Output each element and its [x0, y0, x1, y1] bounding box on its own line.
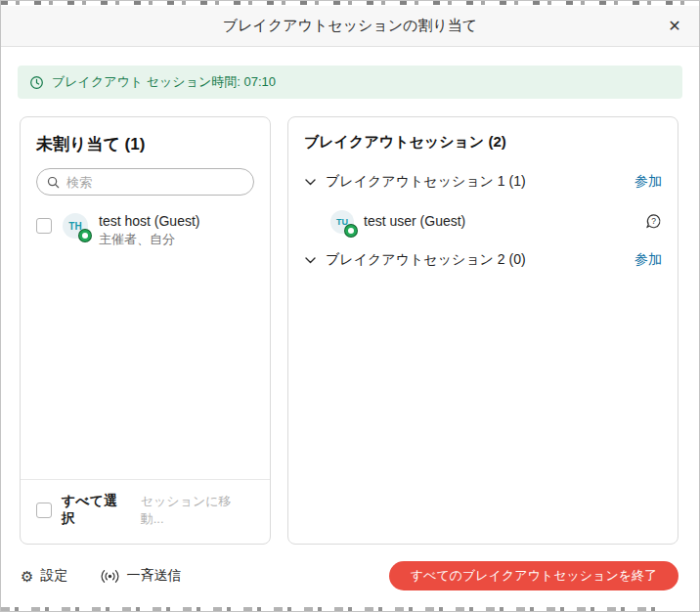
select-all-checkbox[interactable] [36, 503, 52, 518]
presence-badge-icon [345, 225, 357, 237]
broadcast-icon [101, 569, 119, 584]
presence-badge-icon [79, 230, 91, 241]
session-participant-row[interactable]: TU test user (Guest) ? [304, 204, 662, 238]
avatar-initials: TU [336, 217, 348, 227]
left-panel-spacer [36, 248, 254, 479]
session-name: ブレイクアウトセッション 1 (1) [326, 173, 526, 191]
participant-role: 主催者、自分 [99, 231, 199, 248]
dialog-titlebar: ブレイクアウトセッションの割り当て ✕ [1, 6, 699, 47]
session-time-text: ブレイクアウト セッション時間: 07:10 [52, 73, 276, 91]
settings-label: 設定 [40, 567, 67, 585]
participant-row[interactable]: TH test host (Guest) 主催者、自分 [36, 212, 254, 248]
search-box[interactable] [36, 168, 254, 196]
broadcast-label: 一斉送信 [126, 567, 181, 585]
avatar: TU [330, 210, 354, 234]
participant-checkbox[interactable] [36, 218, 52, 234]
session-name: ブレイクアウトセッション 2 (0) [326, 251, 526, 269]
chevron-down-icon[interactable] [304, 257, 316, 264]
unassigned-panel: 未割り当て (1) TH test host (Guest) [20, 116, 271, 545]
join-session-2-button[interactable]: 参加 [634, 251, 662, 269]
avatar: TH [63, 213, 88, 239]
participant-text: test host (Guest) 主催者、自分 [99, 212, 199, 248]
session-participant-name: test user (Guest) [364, 212, 465, 231]
session-row-1[interactable]: ブレイクアウトセッション 1 (1) 参加 [304, 167, 662, 197]
select-all-label: すべて選択 [62, 493, 131, 528]
background-window-artifact-bottom [1, 607, 657, 611]
ask-for-help-icon[interactable]: ? [645, 213, 662, 230]
sessions-panel: ブレイクアウトセッション (2) ブレイクアウトセッション 1 (1) 参加 T… [287, 116, 678, 545]
unassigned-title: 未割り当て (1) [36, 133, 254, 155]
search-icon [47, 176, 60, 189]
close-icon[interactable]: ✕ [663, 15, 686, 38]
clock-icon [29, 75, 44, 90]
dialog-footer: ⚙ 設定 一斉送信 すべてのブレイクアウトセッションを終了 [21, 560, 678, 591]
dialog-title: ブレイクアウトセッションの割り当て [223, 17, 477, 35]
session-time-banner: ブレイクアウト セッション時間: 07:10 [18, 66, 682, 99]
svg-text:?: ? [651, 216, 656, 226]
move-to-session-button[interactable]: セッションに移動... [141, 493, 254, 528]
background-window-artifact-top [1, 1, 699, 5]
panels-container: 未割り当て (1) TH test host (Guest) [20, 116, 678, 545]
chevron-down-icon[interactable] [304, 179, 316, 186]
broadcast-button[interactable]: 一斉送信 [101, 567, 181, 585]
breakout-assignment-dialog: ブレイクアウトセッションの割り当て ✕ ブレイクアウト セッション時間: 07:… [0, 0, 700, 612]
participant-name: test host (Guest) [99, 212, 199, 231]
end-all-sessions-button[interactable]: すべてのブレイクアウトセッションを終了 [389, 561, 678, 590]
avatar-initials: TH [68, 221, 81, 232]
gear-icon: ⚙ [21, 569, 33, 584]
search-input[interactable] [66, 175, 243, 190]
join-session-1-button[interactable]: 参加 [634, 173, 662, 191]
session-row-2[interactable]: ブレイクアウトセッション 2 (0) 参加 [304, 245, 662, 275]
settings-button[interactable]: ⚙ 設定 [21, 567, 67, 585]
left-panel-footer: すべて選択 セッションに移動... [21, 479, 270, 528]
sessions-title: ブレイクアウトセッション (2) [304, 133, 662, 152]
